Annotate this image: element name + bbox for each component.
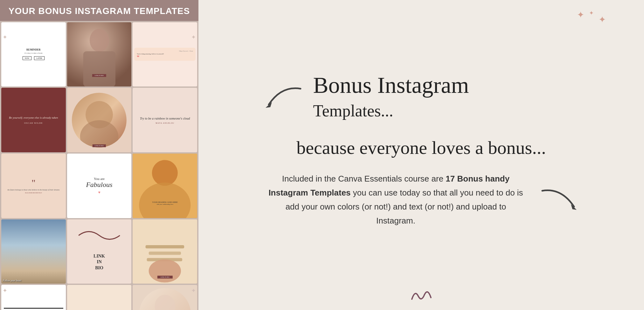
svg-rect-2 bbox=[83, 51, 115, 86]
template-card-photo-woman: LINK IN BIO bbox=[67, 22, 132, 87]
template-card-impossible: Nothing is impossible. The word itself s… bbox=[67, 285, 132, 310]
body-arrow-section: Included in the Canva Essentials course … bbox=[262, 172, 580, 228]
svg-point-4 bbox=[80, 120, 119, 148]
template-card-quotemark: " the future belongs to those who believ… bbox=[1, 154, 66, 218]
right-content: Bonus Instagram Templates... because eve… bbox=[262, 73, 580, 238]
svg-point-6 bbox=[152, 160, 178, 186]
left-panel: YOUR BONUS INSTAGRAM TEMPLATES REMINDER … bbox=[0, 0, 198, 310]
star-decoration-2: ✦ bbox=[191, 34, 196, 40]
body-text: Included in the Canva Essentials course … bbox=[266, 172, 526, 228]
svg-point-1 bbox=[90, 29, 109, 52]
right-panel: ✦ ✦ ✦ Bonus Instagram Templates... bbox=[198, 0, 644, 310]
arrow-bottom bbox=[539, 184, 580, 217]
template-card-link-bio-big: LINKINBIO bbox=[67, 219, 132, 284]
title-arrow-section: Bonus Instagram Templates... bbox=[262, 73, 580, 131]
template-card-books: LINK IN BIO bbox=[133, 219, 197, 284]
template-card-rainbow: Try to be a rainbow in someone's cloud M… bbox=[133, 88, 197, 152]
svg-rect-10 bbox=[149, 251, 181, 255]
sparkle-icon-1: ✦ bbox=[577, 10, 584, 25]
svg-rect-9 bbox=[146, 245, 184, 248]
template-card-landscape: Follow your heart bbox=[1, 219, 66, 284]
template-card-woman-yellow: YOUR HEADING GOES HEREAdd your subheadin… bbox=[133, 154, 197, 218]
sparkle-icon-2: ✦ bbox=[589, 10, 594, 25]
star-decoration-4: ✦ bbox=[191, 288, 196, 293]
script-bonus-text: because everyone loves a bonus... bbox=[262, 137, 580, 159]
arrow-top bbox=[262, 82, 304, 115]
bottom-icon bbox=[409, 286, 434, 304]
template-card-fabulous: You are Fabulous ♥ bbox=[67, 154, 132, 218]
svg-marker-15 bbox=[266, 102, 272, 108]
left-header: YOUR BONUS INSTAGRAM TEMPLATES bbox=[0, 0, 198, 21]
titles-block: Bonus Instagram Templates... bbox=[313, 73, 580, 131]
script-title-line2: Templates... bbox=[313, 101, 580, 121]
template-card-woman-circle: LINK IN BIO bbox=[133, 285, 197, 310]
star-decoration-3: ✦ bbox=[3, 288, 7, 293]
star-decoration-1: ✦ bbox=[3, 34, 7, 40]
sparkle-decorations: ✦ ✦ ✦ bbox=[577, 10, 606, 25]
sparkle-icon-3: ✦ bbox=[599, 14, 606, 25]
template-card-quote-wilde: Be yourself; everyone else is already ta… bbox=[1, 88, 66, 152]
script-title-line1: Bonus Instagram bbox=[313, 73, 580, 98]
template-card-reminder: REMINDER it's okay to take a break NOW L… bbox=[1, 22, 66, 87]
template-card-strive: STRIVE FORPROGRESS Not Perfection bbox=[1, 285, 66, 310]
template-card-circle-woman: LINK IN BIO bbox=[67, 88, 132, 152]
svg-point-12 bbox=[149, 259, 181, 282]
templates-grid: REMINDER it's okay to take a break NOW L… bbox=[0, 21, 198, 310]
svg-point-13 bbox=[155, 295, 175, 310]
template-card-okay-close: Okay I'm on it Close You're doing amazin… bbox=[133, 22, 197, 87]
